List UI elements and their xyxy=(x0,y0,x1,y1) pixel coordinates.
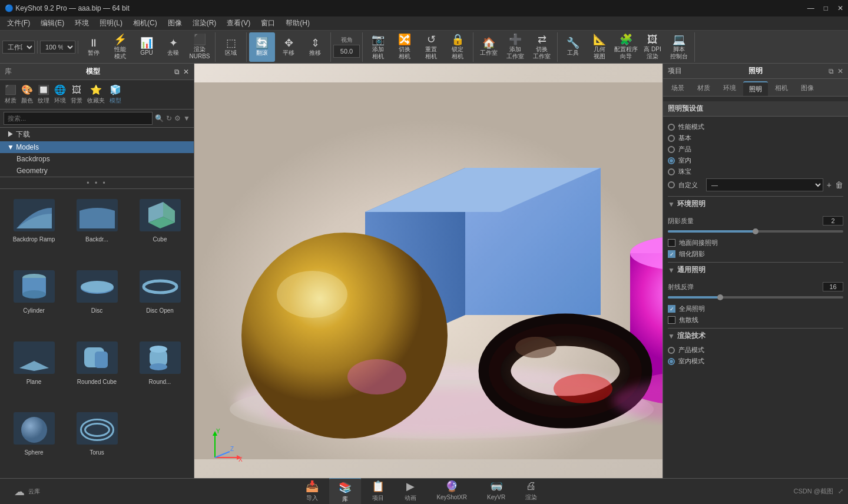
add-preset-icon[interactable]: + xyxy=(827,180,832,190)
render-product-mode[interactable]: 产品模式 xyxy=(668,346,843,354)
resize-dots[interactable]: • • • xyxy=(87,179,107,187)
model-item-cube[interactable]: Cube xyxy=(131,194,189,260)
global-illumination-checkbox[interactable]: ✓ xyxy=(668,305,675,313)
radio-basic[interactable] xyxy=(668,135,675,142)
tree-item-download[interactable]: ▶ 下载 xyxy=(0,128,194,141)
script-console-button[interactable]: 💻 脚本 控制台 xyxy=(666,32,692,62)
menu-window[interactable]: 窗口 xyxy=(256,17,280,29)
menu-view[interactable]: 查看(V) xyxy=(222,17,255,29)
fine-shadow-row[interactable]: ✓ 细化阴影 xyxy=(668,248,843,260)
viewport[interactable]: Y X Z xyxy=(194,64,662,478)
ray-bounce-track[interactable] xyxy=(668,296,843,299)
tree-item-geometry[interactable]: Geometry xyxy=(0,165,194,177)
ray-bounce-value[interactable] xyxy=(823,282,843,291)
performance-mode-button[interactable]: ⚡ 性能 模式 xyxy=(107,32,133,62)
radio-interior-mode[interactable] xyxy=(668,358,675,365)
tab-environment[interactable]: 环境 xyxy=(717,81,742,96)
radio-performance[interactable] xyxy=(668,124,675,131)
cloud-library-tab[interactable]: ☁ 云库 xyxy=(5,483,49,500)
menu-image[interactable]: 图像 xyxy=(163,17,187,29)
tree-item-models[interactable]: ▼ Models xyxy=(0,141,194,153)
pause-button[interactable]: ⏸ 暂停 xyxy=(81,32,107,62)
tab-render-output[interactable]: 🖨 渲染 xyxy=(516,478,546,505)
tab-image[interactable]: 图像 xyxy=(795,81,820,96)
section-general-lighting[interactable]: ▼ 通用照明 xyxy=(668,262,843,277)
switch-studio-button[interactable]: ⇄ 切换 工作室 xyxy=(529,32,555,62)
tumble-button[interactable]: 🔄 翻滚 xyxy=(249,32,275,62)
model-item-plane[interactable]: Plane xyxy=(5,336,63,403)
lib-tab-color[interactable]: 🎨 颜色 xyxy=(21,84,33,105)
radio-custom[interactable] xyxy=(668,181,675,188)
menu-lighting[interactable]: 照明(L) xyxy=(95,17,127,29)
denoise-button[interactable]: ✦ 去噪 xyxy=(160,32,186,62)
search-input[interactable] xyxy=(4,112,153,125)
float-icon[interactable]: ⧉ xyxy=(174,68,180,76)
refresh-icon[interactable]: ↻ xyxy=(166,114,172,122)
radio-product-mode[interactable] xyxy=(668,347,675,354)
model-item-rounded-cyl[interactable]: Round... xyxy=(131,336,189,403)
workspace-select[interactable]: 工作区 xyxy=(2,41,35,54)
radio-interior[interactable] xyxy=(668,157,675,164)
tools-button[interactable]: 🔧 工具 xyxy=(560,32,586,62)
section-env-lighting[interactable]: ▼ 环境照明 xyxy=(668,196,843,211)
delete-preset-icon[interactable]: 🗑 xyxy=(835,180,843,190)
tab-keyvr[interactable]: 🥽 KeyVR xyxy=(478,478,515,505)
studio-button[interactable]: 🏠 工作室 xyxy=(476,32,502,62)
fine-shadow-checkbox[interactable]: ✓ xyxy=(668,250,675,258)
tab-project[interactable]: 📋 项目 xyxy=(362,478,394,505)
nurbs-button[interactable]: ⬛ 渲染 NURBS xyxy=(187,32,213,62)
render-interior-mode[interactable]: 室内模式 xyxy=(668,357,843,366)
geo-view-button[interactable]: 📐 几何 视图 xyxy=(587,32,612,62)
lib-tab-favorites[interactable]: ⭐ 收藏夹 xyxy=(87,84,105,105)
tab-scene[interactable]: 场景 xyxy=(665,81,690,96)
reset-camera-button[interactable]: ↺ 重置 相机 xyxy=(418,32,444,62)
add-camera-button[interactable]: 📷 添加 相机 xyxy=(365,32,391,62)
float-right-icon[interactable]: ⧉ xyxy=(829,67,834,75)
global-illumination-row[interactable]: ✓ 全局照明 xyxy=(668,303,843,314)
preset-product[interactable]: 产品 xyxy=(668,145,843,154)
section-render-tech[interactable]: ▼ 渲染技术 xyxy=(668,328,843,343)
gpu-button[interactable]: 📊 GPU xyxy=(134,32,160,62)
lib-tab-environment[interactable]: 🌐 环境 xyxy=(54,84,66,105)
model-item-backdrop[interactable]: Backdr... xyxy=(68,194,126,260)
search-icon[interactable]: 🔍 xyxy=(155,114,164,122)
menu-file[interactable]: 文件(F) xyxy=(2,17,35,29)
lib-tab-model[interactable]: 🧊 模型 xyxy=(110,84,121,105)
close-button[interactable]: ✕ xyxy=(837,4,843,12)
close-panel-icon[interactable]: ✕ xyxy=(183,68,189,76)
maximize-button[interactable]: □ xyxy=(824,4,828,12)
tab-keyshotxr[interactable]: 🔮 KeyShotXR xyxy=(427,478,476,505)
custom-preset-select[interactable]: — xyxy=(706,178,823,191)
tab-camera[interactable]: 相机 xyxy=(769,81,794,96)
preset-performance[interactable]: 性能模式 xyxy=(668,122,843,131)
radio-jewelry[interactable] xyxy=(668,168,675,175)
lib-tab-background[interactable]: 🖼 背景 xyxy=(71,85,82,105)
switch-camera-button[interactable]: 🔀 切换 相机 xyxy=(392,32,418,62)
tab-import[interactable]: 📥 导入 xyxy=(296,478,328,505)
region-button[interactable]: ⬚ 区域 xyxy=(218,32,244,62)
minimize-button[interactable]: — xyxy=(807,4,814,12)
menu-env[interactable]: 环境 xyxy=(70,17,94,29)
caustics-checkbox[interactable] xyxy=(668,316,675,324)
push-button[interactable]: ⇕ 推移 xyxy=(302,32,328,62)
menu-render[interactable]: 渲染(R) xyxy=(188,17,221,29)
tree-item-backdrops[interactable]: Backdrops xyxy=(0,153,194,165)
shadow-quality-track[interactable] xyxy=(668,230,843,233)
lib-tab-material[interactable]: ⬛ 材质 xyxy=(5,84,16,105)
model-item-sphere[interactable]: Sphere xyxy=(5,407,63,473)
model-item-cylinder[interactable]: Cylinder xyxy=(5,265,63,331)
menu-edit[interactable]: 编辑(E) xyxy=(36,17,69,29)
preset-interior[interactable]: 室内 xyxy=(668,156,843,165)
hidpi-button[interactable]: 🖼 高 DPI 渲染 xyxy=(640,32,665,62)
shadow-quality-value[interactable] xyxy=(823,216,843,226)
model-item-disc[interactable]: Disc xyxy=(68,265,126,331)
ground-indirect-checkbox[interactable] xyxy=(668,239,675,247)
pan-button[interactable]: ✥ 平移 xyxy=(276,32,302,62)
tab-library[interactable]: 📚 库 xyxy=(329,478,361,505)
menu-camera[interactable]: 相机(C) xyxy=(128,17,162,29)
tab-animation[interactable]: ▶ 动画 xyxy=(395,478,426,505)
filter-icon[interactable]: ▼ xyxy=(183,114,190,122)
expand-icon[interactable]: ⤢ xyxy=(838,488,843,495)
model-item-backdrop-ramp[interactable]: Backdrop Ramp xyxy=(5,194,63,260)
settings-icon[interactable]: ⚙ xyxy=(174,114,181,122)
